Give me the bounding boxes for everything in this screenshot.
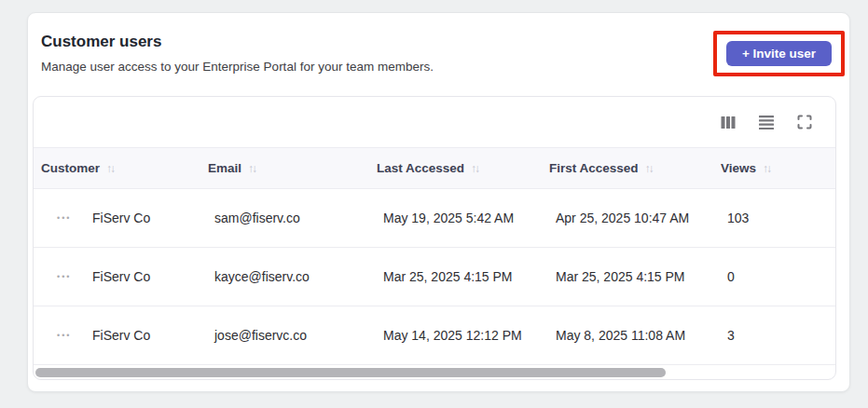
table-row: ••• FiServ Co jose@fiservc.co May 14, 20… bbox=[34, 306, 835, 365]
sort-icon[interactable]: ↑↓ bbox=[248, 162, 255, 175]
first-accessed-cell: May 8, 2025 11:08 AM bbox=[542, 328, 713, 343]
table-toolbar bbox=[34, 97, 835, 147]
row-actions-icon[interactable]: ••• bbox=[57, 331, 79, 340]
fullscreen-icon[interactable] bbox=[795, 113, 814, 131]
customer-users-card: Customer users Manage user access to you… bbox=[27, 12, 850, 392]
column-header-views[interactable]: Views ↑↓ bbox=[713, 161, 835, 175]
sort-icon[interactable]: ↑↓ bbox=[645, 162, 653, 175]
column-label: Email bbox=[208, 161, 241, 175]
customer-cell: FiServ Co bbox=[92, 211, 150, 225]
customer-cell: FiServ Co bbox=[92, 269, 150, 284]
views-cell: 3 bbox=[713, 328, 835, 343]
last-accessed-cell: May 14, 2025 12:12 PM bbox=[369, 328, 542, 343]
table-row: ••• FiServ Co sam@fiserv.co May 19, 2025… bbox=[34, 189, 835, 248]
email-cell: jose@fiservc.co bbox=[200, 328, 369, 343]
column-label: Customer bbox=[41, 161, 100, 175]
columns-icon[interactable] bbox=[719, 113, 737, 131]
row-actions-icon[interactable]: ••• bbox=[57, 213, 79, 223]
column-header-customer[interactable]: Customer ↑↓ bbox=[34, 161, 200, 175]
first-accessed-cell: Mar 25, 2025 4:15 PM bbox=[542, 269, 713, 284]
sort-icon[interactable]: ↑↓ bbox=[471, 162, 478, 175]
customer-cell: FiServ Co bbox=[92, 328, 150, 343]
table-header-row: Customer ↑↓ Email ↑↓ Last Accessed ↑↓ Fi… bbox=[34, 147, 835, 189]
views-cell: 103 bbox=[713, 211, 835, 225]
table-row: ••• FiServ Co kayce@fiserv.co Mar 25, 20… bbox=[34, 248, 835, 306]
users-table: Customer ↑↓ Email ↑↓ Last Accessed ↑↓ Fi… bbox=[33, 96, 836, 380]
invite-user-button[interactable]: + Invite user bbox=[726, 41, 832, 66]
column-header-email[interactable]: Email ↑↓ bbox=[200, 161, 369, 175]
sort-icon[interactable]: ↑↓ bbox=[106, 162, 114, 175]
column-label: First Accessed bbox=[549, 161, 639, 175]
horizontal-scrollbar[interactable] bbox=[34, 365, 835, 379]
column-header-last-accessed[interactable]: Last Accessed ↑↓ bbox=[369, 161, 542, 175]
annotation-highlight: + Invite user bbox=[713, 31, 845, 76]
card-header: Customer users Manage user access to you… bbox=[28, 13, 849, 75]
column-label: Last Accessed bbox=[377, 161, 464, 175]
email-cell: kayce@fiserv.co bbox=[200, 269, 369, 284]
column-label: Views bbox=[721, 161, 756, 175]
density-icon[interactable] bbox=[757, 113, 776, 131]
last-accessed-cell: Mar 25, 2025 4:15 PM bbox=[369, 269, 542, 284]
email-cell: sam@fiserv.co bbox=[200, 211, 369, 225]
scrollbar-thumb[interactable] bbox=[35, 368, 666, 377]
sort-icon[interactable]: ↑↓ bbox=[763, 162, 770, 175]
row-actions-icon[interactable]: ••• bbox=[57, 272, 79, 281]
views-cell: 0 bbox=[713, 269, 835, 284]
first-accessed-cell: Apr 25, 2025 10:47 AM bbox=[542, 211, 713, 225]
column-header-first-accessed[interactable]: First Accessed ↑↓ bbox=[542, 161, 713, 175]
last-accessed-cell: May 19, 2025 5:42 AM bbox=[369, 211, 542, 225]
